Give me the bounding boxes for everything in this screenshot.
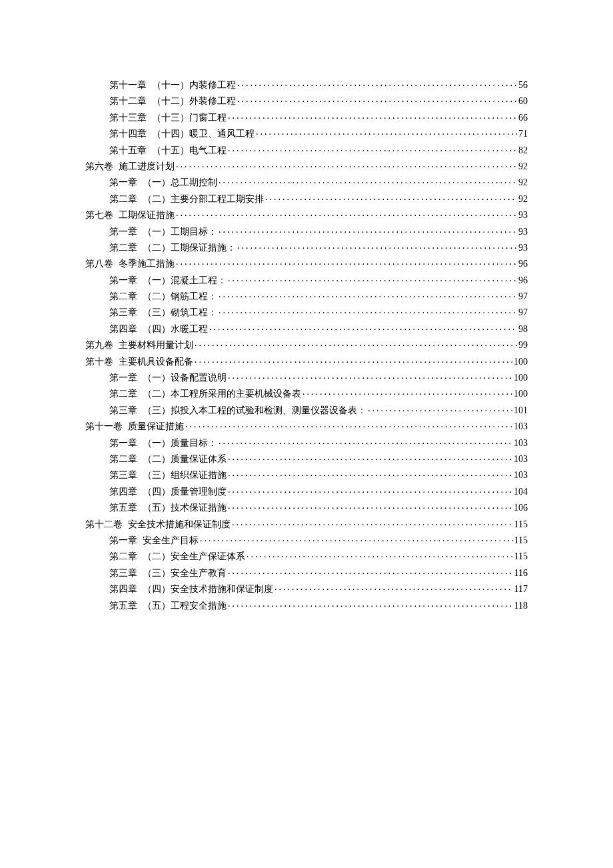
toc-entry-title: 主要材料用量计划 (119, 341, 193, 350)
toc-leader-dots (209, 323, 517, 332)
toc-chapter-row: 第十二章（十二）外装修工程60 (85, 95, 528, 111)
toc-leader-dots (228, 111, 517, 121)
toc-entry-label: 第七卷 (85, 211, 113, 220)
toc-chapter-row: 第二章（二）本工程所采用的主要机械设备表100 (85, 387, 528, 403)
toc-entry-title: 主要机具设备配备 (119, 357, 193, 367)
toc-entry-label: 第五章 (109, 601, 137, 611)
toc-entry-title: （二）钢筋工程： (143, 292, 217, 301)
toc-entry-title: （三）拟投入本工程的试验和检测、测量仪器设备表： (143, 406, 366, 415)
toc-entry-label: 第四章 (109, 487, 137, 497)
toc-entry-page: 103 (514, 422, 528, 431)
toc-entry-page: 116 (514, 569, 528, 578)
toc-entry-page: 97 (518, 308, 528, 317)
toc-chapter-row: 第三章（三）组织保证措施103 (85, 469, 528, 485)
toc-entry-title: （二）安全生产保证体系 (143, 552, 245, 561)
toc-leader-dots (195, 339, 517, 348)
toc-leader-dots (303, 387, 512, 397)
toc-entry-title: （二）主要分部工程工期安排 (143, 195, 264, 204)
toc-chapter-row: 第三章（三）安全生产教育116 (85, 567, 528, 583)
toc-entry-title: （一）混凝土工程： (143, 276, 227, 285)
toc-leader-dots (219, 225, 517, 235)
toc-entry-title: （十三）门窗工程 (152, 113, 227, 123)
toc-leader-dots (176, 160, 517, 169)
toc-entry-page: 115 (514, 552, 528, 561)
toc-leader-dots (265, 193, 517, 202)
toc-chapter-row: 第四章（四）质量管理制度104 (85, 485, 528, 501)
toc-entry-title: （一）工期目标： (143, 227, 217, 237)
toc-leader-dots (228, 501, 512, 511)
toc-entry-label: 第十四章 (109, 129, 147, 139)
toc-entry-title: （二）质量保证体系 (143, 455, 227, 464)
toc-entry-title: （三）安全生产教育 (143, 569, 227, 578)
toc-entry-label: 第二章 (109, 389, 137, 399)
toc-entry-label: 第十卷 (85, 357, 113, 367)
toc-entry-label: 第二章 (109, 455, 137, 464)
toc-volume-row: 第八卷冬季施工措施96 (85, 257, 528, 273)
toc-entry-label: 第二章 (109, 292, 137, 301)
toc-entry-page: 92 (518, 178, 528, 187)
toc-entry-page: 100 (514, 389, 528, 399)
toc-entry-page: 99 (518, 341, 528, 350)
toc-chapter-row: 第五章（五）技术保证措施106 (85, 501, 528, 517)
toc-entry-page: 92 (518, 195, 528, 204)
toc-leader-dots (228, 599, 513, 609)
toc-entry-page: 92 (518, 162, 528, 171)
toc-chapter-row: 第四章（四）安全技术措施和保证制度117 (85, 583, 528, 599)
toc-leader-dots (176, 257, 517, 267)
toc-entry-label: 第三章 (109, 406, 137, 415)
toc-entry-label: 第十一卷 (85, 422, 123, 431)
toc-chapter-row: 第十四章（十四）暖卫、通风工程71 (85, 127, 528, 143)
toc-leader-dots (228, 567, 513, 576)
toc-entry-page: 117 (514, 585, 528, 594)
toc-volume-row: 第十卷主要机具设备配备100 (85, 355, 528, 371)
toc-entry-page: 103 (514, 439, 528, 448)
toc-entry-page: 56 (518, 81, 528, 90)
toc-entry-title: （二）工期保证措施： (143, 243, 236, 253)
toc-entry-page: 60 (518, 97, 528, 106)
toc-leader-dots (176, 209, 517, 218)
toc-entry-title: 冬季施工措施 (119, 259, 175, 269)
toc-entry-label: 第二章 (109, 552, 137, 561)
toc-leader-dots (256, 127, 517, 137)
toc-chapter-row: 第二章（二）安全生产保证体系115 (85, 550, 528, 566)
toc-chapter-row: 第五章（五）工程安全措施118 (85, 599, 528, 615)
toc-entry-page: 82 (518, 146, 528, 155)
toc-volume-row: 第十二卷安全技术措施和保证制度115 (85, 518, 528, 534)
toc-entry-label: 第三章 (109, 471, 137, 480)
toc-chapter-row: 第十五章（十五）电气工程82 (85, 144, 528, 160)
toc-entry-title: （十二）外装修工程 (152, 97, 236, 106)
toc-chapter-row: 第三章（三）砌筑工程：97 (85, 306, 528, 322)
toc-leader-dots (228, 485, 512, 495)
toc-entry-title: 工期保证措施 (119, 211, 175, 220)
toc-leader-dots (228, 371, 512, 381)
toc-entry-title: （一）设备配置说明 (143, 373, 227, 383)
toc-entry-label: 第一章 (109, 439, 137, 448)
toc-entry-label: 第十三章 (109, 113, 147, 123)
toc-entry-label: 第一章 (109, 178, 137, 187)
toc-entry-title: （十四）暖卫、通风工程 (152, 129, 255, 139)
toc-entry-page: 103 (514, 471, 528, 480)
toc-entry-label: 第一章 (109, 373, 137, 383)
toc-entry-title: （十五）电气工程 (152, 146, 227, 155)
toc-volume-row: 第九卷主要材料用量计划99 (85, 339, 528, 355)
toc-entry-page: 93 (518, 211, 528, 220)
toc-volume-row: 第七卷工期保证措施93 (85, 209, 528, 225)
toc-leader-dots (219, 437, 512, 446)
toc-entry-page: 98 (518, 325, 528, 334)
toc-leader-dots (228, 453, 512, 462)
toc-entry-page: 118 (514, 601, 528, 611)
table-of-contents: 第十一章（十一）内装修工程56第十二章（十二）外装修工程60第十三章（十三）门窗… (85, 79, 528, 615)
toc-entry-label: 第四章 (109, 325, 137, 334)
toc-entry-title: 施工进度计划 (119, 162, 175, 171)
toc-chapter-row: 第四章（四）水暖工程98 (85, 323, 528, 339)
toc-leader-dots (195, 355, 512, 365)
toc-entry-page: 100 (514, 357, 528, 367)
toc-entry-page: 115 (514, 520, 528, 529)
toc-entry-label: 第十二章 (109, 97, 147, 106)
toc-leader-dots (219, 176, 517, 185)
toc-chapter-row: 第十三章（十三）门窗工程66 (85, 111, 528, 127)
toc-entry-page: 66 (518, 113, 528, 123)
toc-entry-label: 第八卷 (85, 259, 113, 269)
toc-leader-dots (237, 79, 517, 88)
toc-entry-label: 第一章 (109, 227, 137, 237)
